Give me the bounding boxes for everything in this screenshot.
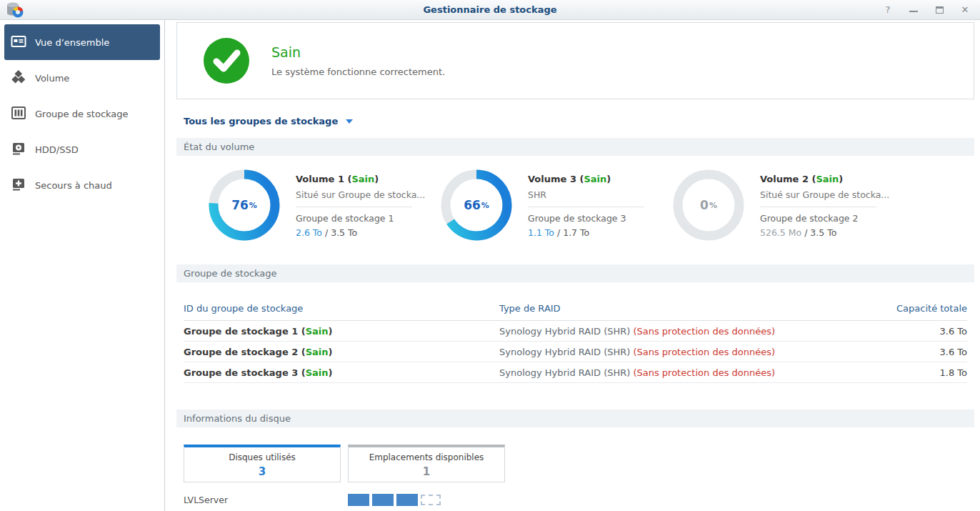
tab-label: Emplacements disponibles xyxy=(349,452,504,462)
section-volume-status: État du volume xyxy=(176,138,974,156)
sidebar-item-overview[interactable]: Vue d’ensemble xyxy=(4,24,160,60)
server-name: LVLServer xyxy=(184,495,348,505)
volume-usage-percent: 0% xyxy=(673,169,744,241)
health-card: Sain Le système fonctionne correctement. xyxy=(176,22,974,99)
volume-subtitle: Situé sur Groupe de stocka... xyxy=(760,189,892,200)
titlebar: Gestionnaire de stockage ? ✕ xyxy=(0,0,980,20)
chevron-down-icon xyxy=(346,119,353,124)
volume-title: Volume 3 (Sain) xyxy=(528,174,660,184)
volume-usage-percent: 66% xyxy=(441,169,512,241)
table-row[interactable]: Groupe de stockage 1 (Sain) Synology Hyb… xyxy=(184,321,967,342)
disk-slot-empty xyxy=(421,495,441,505)
disk-slot-used[interactable] xyxy=(396,494,418,506)
row-raid-type: Synology Hybrid RAID (SHR)(Sans protecti… xyxy=(499,367,885,378)
column-header-id: ID du groupe de stockage xyxy=(184,303,499,314)
tab-count: 3 xyxy=(184,465,340,478)
volume-card: 66% Volume 3 (Sain) SHR Groupe de stocka… xyxy=(441,169,673,241)
minimize-button[interactable] xyxy=(909,5,919,15)
table-header: ID du groupe de stockage Type de RAID Ca… xyxy=(184,303,967,321)
sidebar-item-storage-pool[interactable]: Groupe de stockage xyxy=(4,96,160,132)
row-raid-type: Synology Hybrid RAID (SHR)(Sans protecti… xyxy=(499,326,885,337)
volume-card: 0% Volume 2 (Sain) Situé sur Groupe de s… xyxy=(673,169,905,241)
storage-manager-app-icon xyxy=(6,1,24,19)
window-title: Gestionnaire de stockage xyxy=(0,4,980,15)
minimize-icon xyxy=(909,11,918,12)
overview-icon xyxy=(11,34,26,51)
sidebar-item-volume[interactable]: Volume xyxy=(4,60,160,96)
health-status: Sain xyxy=(271,44,445,60)
table-row[interactable]: Groupe de stockage 3 (Sain) Synology Hyb… xyxy=(184,362,967,383)
row-capacity: 3.6 To xyxy=(885,347,967,357)
volume-usage-donut: 66% xyxy=(441,169,512,241)
volume-title: Volume 2 (Sain) xyxy=(760,174,892,184)
section-disk-info: Informations du disque xyxy=(176,410,974,427)
storage-group-filter-dropdown[interactable]: Tous les groupes de stockage xyxy=(184,114,353,127)
disk-slot-used[interactable] xyxy=(348,494,369,506)
main-content: Sain Le système fonctionne correctement.… xyxy=(165,20,980,511)
volume-usage-donut: 76% xyxy=(209,169,280,241)
storage-group-filter-label: Tous les groupes de stockage xyxy=(184,116,338,126)
row-id: Groupe de stockage 2 (Sain) xyxy=(184,347,499,357)
volume-usage-percent: 76% xyxy=(209,169,280,241)
row-id: Groupe de stockage 1 (Sain) xyxy=(184,326,499,337)
disk-tab-available[interactable]: Emplacements disponibles 1 xyxy=(348,445,505,482)
maximize-icon xyxy=(936,6,944,14)
disk-slots xyxy=(348,494,441,506)
sidebar-item-label: Volume xyxy=(35,73,69,84)
volume-capacity: 2.6 To / 3.5 To xyxy=(296,227,428,238)
health-description: Le système fonctionne correctement. xyxy=(271,66,445,77)
divider xyxy=(296,207,412,207)
volumes-row: 76% Volume 1 (Sain) Situé sur Groupe de … xyxy=(209,169,974,241)
tab-count: 1 xyxy=(349,465,504,478)
disk-tab-used[interactable]: Disques utilisés 3 xyxy=(184,445,341,482)
sidebar-item-label: HDD/SSD xyxy=(35,144,79,155)
help-button[interactable]: ? xyxy=(883,5,893,15)
close-icon: ✕ xyxy=(961,5,969,14)
volume-storage-group: Groupe de stockage 1 xyxy=(296,213,428,224)
volume-capacity: 1.1 To / 1.7 To xyxy=(528,227,660,238)
hot-spare-icon xyxy=(11,177,26,194)
hdd-icon xyxy=(11,141,26,159)
storage-pool-icon xyxy=(11,105,26,123)
volume-icon xyxy=(11,69,26,87)
help-icon: ? xyxy=(886,5,891,14)
volume-title: Volume 1 (Sain) xyxy=(296,174,428,184)
sidebar-item-label: Vue d’ensemble xyxy=(35,37,109,48)
divider xyxy=(528,207,644,207)
volume-usage-donut: 0% xyxy=(673,169,744,241)
divider xyxy=(760,207,876,207)
sidebar-item-label: Groupe de stockage xyxy=(35,109,129,119)
sidebar-item-hot-spare[interactable]: Secours à chaud xyxy=(4,167,160,203)
disk-slot-used[interactable] xyxy=(372,494,394,506)
maximize-button[interactable] xyxy=(934,5,944,15)
column-header-raid: Type de RAID xyxy=(499,303,885,314)
table-row[interactable]: Groupe de stockage 2 (Sain) Synology Hyb… xyxy=(184,342,967,362)
volume-card: 76% Volume 1 (Sain) Situé sur Groupe de … xyxy=(209,169,441,241)
table-body: Groupe de stockage 1 (Sain) Synology Hyb… xyxy=(184,321,967,383)
sidebar-item-label: Secours à chaud xyxy=(35,180,112,191)
row-capacity: 3.6 To xyxy=(885,326,967,337)
volume-storage-group: Groupe de stockage 3 xyxy=(528,213,660,224)
row-raid-type: Synology Hybrid RAID (SHR)(Sans protecti… xyxy=(499,347,885,357)
row-id: Groupe de stockage 3 (Sain) xyxy=(184,367,499,378)
section-storage-group: Groupe de stockage xyxy=(176,264,974,282)
close-button[interactable]: ✕ xyxy=(960,5,970,15)
disk-tabs: Disques utilisés 3Emplacements disponibl… xyxy=(184,445,974,482)
sidebar: Vue d’ensemble Volume Groupe de stockage… xyxy=(0,20,165,511)
volume-subtitle: SHR xyxy=(528,189,660,200)
volume-capacity: 526.5 Mo / 3.5 To xyxy=(760,227,892,238)
volume-storage-group: Groupe de stockage 2 xyxy=(760,213,892,224)
sidebar-item-hdd-ssd[interactable]: HDD/SSD xyxy=(4,132,160,167)
volume-subtitle: Situé sur Groupe de stocka... xyxy=(296,189,428,200)
tab-label: Disques utilisés xyxy=(184,452,340,462)
server-row: LVLServer xyxy=(184,494,974,506)
healthy-check-icon xyxy=(204,38,249,84)
storage-group-table: ID du groupe de stockage Type de RAID Ca… xyxy=(184,303,967,383)
row-capacity: 1.8 To xyxy=(885,367,967,378)
column-header-capacity: Capacité totale xyxy=(885,303,967,314)
